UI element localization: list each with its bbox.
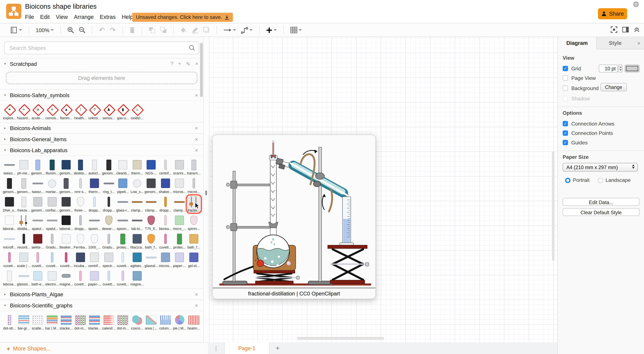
- shape-item-fernbach-flask[interactable]: Fernba...: [73, 233, 88, 250]
- grid-size-input[interactable]: [599, 65, 618, 72]
- shape-item-cleanbench[interactable]: cleanb...: [116, 158, 130, 176]
- page-tab[interactable]: Page-1: [224, 342, 269, 354]
- shape-item-ngs-sequencer[interactable]: NGS-...: [144, 158, 158, 176]
- shape-item-spectrometer[interactable]: spectr...: [102, 251, 116, 268]
- shape-item-dropper[interactable]: dropp...: [158, 195, 172, 213]
- line-color-button[interactable]: [192, 27, 198, 33]
- close-icon[interactable]: ×: [194, 92, 199, 98]
- close-panel-button[interactable]: ×: [634, 37, 644, 49]
- shape-item-oxidizing-symbol[interactable]: ♨oxidizi...: [130, 103, 144, 120]
- shape-item-graduated-cylinder[interactable]: Gradu...: [45, 233, 59, 250]
- close-icon[interactable]: ×: [194, 302, 199, 308]
- zoom-out-button[interactable]: [79, 27, 86, 33]
- shape-item-laboratory-jack[interactable]: laborat...: [59, 214, 73, 231]
- shape-item-agitator[interactable]: agitato...: [130, 251, 144, 268]
- grid-size-stepper[interactable]: [618, 65, 622, 72]
- shape-item-illumina-sequencer[interactable]: Illumin...: [45, 158, 59, 176]
- shape-item-freezer[interactable]: freeze...: [16, 195, 31, 213]
- shape-item-distillation-setup[interactable]: distilla...: [16, 214, 31, 231]
- shape-item-bar-graph[interactable]: bar-gr...: [16, 313, 31, 331]
- shape-item-confocal-microscope[interactable]: confoc...: [45, 195, 59, 213]
- shape-item-genomics-machine[interactable]: genom...: [59, 177, 73, 194]
- shape-item-genomics-machine[interactable]: genom...: [59, 158, 73, 176]
- unsaved-changes-button[interactable]: Unsaved changes. Click here to save.: [132, 13, 233, 22]
- section-header[interactable]: ▸Bioicons-General_items×: [0, 134, 203, 144]
- connection-arrows-checkbox[interactable]: ✓: [563, 121, 568, 126]
- shape-item-recording-electrode[interactable]: record...: [16, 233, 31, 250]
- shape-item-nmr-spectrometer[interactable]: nmr-s...: [73, 177, 88, 194]
- background-checkbox[interactable]: [563, 86, 568, 91]
- edit-pencil-icon[interactable]: ✎: [186, 61, 190, 67]
- fill-color-button[interactable]: [180, 27, 187, 33]
- shape-item-hba1c-analyzer[interactable]: hba1ca...: [130, 233, 144, 250]
- search-icon[interactable]: [189, 45, 195, 51]
- shape-item-explosive-symbol[interactable]: ✶explos...: [2, 103, 16, 120]
- shape-item-pie-chart[interactable]: pie | M...: [172, 313, 187, 331]
- help-icon[interactable]: ?: [170, 61, 173, 67]
- shape-item-three-neck-flask[interactable]: three-...: [73, 195, 88, 213]
- shape-item-pipette-tips[interactable]: pipett...: [116, 177, 130, 194]
- guides-checkbox[interactable]: ✓: [563, 140, 568, 145]
- shape-item-tweezers[interactable]: tweez...: [2, 158, 16, 176]
- shape-item-acute-toxicity-symbol[interactable]: ☠acute-...: [31, 103, 45, 120]
- paper-size-select[interactable]: A4 (210 mm x 297 mm): [563, 163, 638, 172]
- shape-item-bar-chart-multi[interactable]: bar | M...: [45, 313, 59, 331]
- shape-item-thermocycler[interactable]: therm...: [130, 158, 144, 176]
- shape-item-scanning-microscope[interactable]: scanni...: [172, 158, 187, 176]
- shape-item-column-chart[interactable]: colum...: [158, 313, 172, 331]
- more-shapes-bar[interactable]: + More Shapes...: [0, 342, 208, 354]
- shape-item-spinner-flask[interactable]: spinni...: [187, 214, 201, 231]
- shape-item-cuvette[interactable]: cuvett...: [116, 269, 130, 287]
- shape-item-fractional-distillation[interactable]: fractio...: [187, 195, 201, 213]
- menu-help[interactable]: Help: [122, 14, 133, 20]
- shape-item-autoclave[interactable]: autocl...: [88, 158, 102, 176]
- shape-item-scale[interactable]: scale | ...: [16, 251, 31, 268]
- section-header[interactable]: ▾Bioicons-Scientific_graphs×: [0, 300, 203, 311]
- shape-item-bath-flask[interactable]: bath_f...: [144, 233, 158, 250]
- to-back-button[interactable]: [160, 27, 167, 33]
- table-button[interactable]: [290, 27, 302, 33]
- shape-item-genomics-machine[interactable]: genom...: [144, 177, 158, 194]
- shape-item-clamp[interactable]: clamp...: [144, 195, 158, 213]
- shape-item-micro-slide[interactable]: micro_...: [172, 214, 187, 231]
- shape-item-genomics-machine[interactable]: genom...: [2, 177, 16, 194]
- shape-item-ph-meter[interactable]: ph-me...: [16, 158, 31, 176]
- shape-item-gas-under-pressure-symbol[interactable]: ▮gas-u...: [116, 103, 130, 120]
- shape-item-glass-rod[interactable]: glass-r...: [116, 195, 130, 213]
- redo-button[interactable]: ↷: [110, 26, 116, 34]
- shape-item-dot-matrix-chart[interactable]: dot-m...: [116, 313, 130, 331]
- shape-item-lab-tongs[interactable]: lab-to...: [130, 214, 144, 231]
- shape-item-cuvette[interactable]: cuvett...: [45, 251, 59, 268]
- delete-button[interactable]: [129, 27, 135, 33]
- tab-style[interactable]: Style: [597, 37, 634, 49]
- shape-item-genomics-machine[interactable]: genom...: [31, 158, 45, 176]
- connection-style-button[interactable]: [223, 28, 236, 32]
- menu-view[interactable]: View: [56, 14, 68, 20]
- shape-item-cuvette[interactable]: cuvett...: [102, 269, 116, 287]
- shape-item-mortar-pestle[interactable]: mortar...: [45, 177, 59, 194]
- format-panel-toggle-button[interactable]: [622, 27, 629, 34]
- shape-item-low-storage-jar[interactable]: Low_s...: [130, 177, 144, 194]
- shape-item-dropper[interactable]: dropp...: [102, 195, 116, 213]
- waypoint-style-button[interactable]: [241, 27, 252, 33]
- shape-item-scatter-plot[interactable]: scatte...: [31, 313, 45, 331]
- to-front-button[interactable]: [148, 27, 155, 33]
- shape-item-clamp[interactable]: clamp...: [130, 195, 144, 213]
- shape-item-t75-flask[interactable]: T75_fl...: [144, 214, 158, 231]
- connection-points-checkbox[interactable]: ✓: [563, 130, 568, 136]
- shape-item-microscope[interactable]: micros...: [158, 251, 172, 268]
- shape-item-microtube[interactable]: microt...: [187, 177, 201, 194]
- shape-item-bath-equipment[interactable]: bath-e...: [31, 269, 45, 287]
- shape-item-spoon[interactable]: spoon...: [88, 214, 102, 231]
- shape-item-labcoat[interactable]: labcoa...: [2, 269, 16, 287]
- menu-arrange[interactable]: Arrange: [74, 14, 94, 20]
- undo-button[interactable]: ↶: [99, 26, 105, 34]
- shape-item-calendar-heatmap[interactable]: calend...: [102, 313, 116, 331]
- shape-item-centrifuge-column[interactable]: centrif...: [158, 158, 172, 176]
- shape-item-dna-sequencer[interactable]: DNA_s...: [2, 195, 16, 213]
- search-input[interactable]: [9, 42, 185, 54]
- shape-item-serious-health-hazard-symbol[interactable]: ♟seriou...: [102, 103, 116, 120]
- share-button[interactable]: Share: [598, 8, 627, 19]
- close-icon[interactable]: ×: [194, 291, 199, 297]
- close-icon[interactable]: ×: [194, 125, 199, 131]
